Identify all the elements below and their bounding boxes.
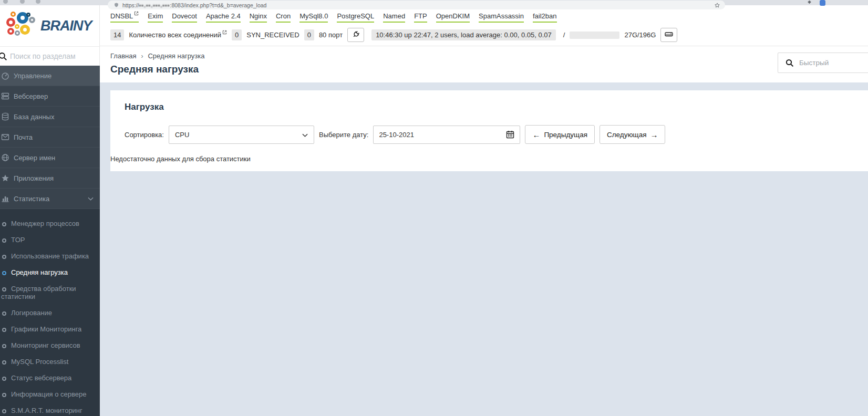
sidebar-item-mail[interactable]: Почта (0, 127, 100, 148)
breadcrumb-separator: › (141, 53, 143, 60)
circle-bullet-icon (2, 238, 6, 243)
sidebar-search-input[interactable] (10, 52, 89, 60)
nav-link-postgresql[interactable]: PostgreSQL (337, 12, 374, 23)
site-security-icon (114, 3, 119, 7)
port80-label: 80 порт (319, 31, 343, 39)
quick-search-input[interactable] (799, 59, 868, 67)
date-input[interactable] (379, 131, 506, 139)
nav-link-opendkim[interactable]: OpenDKIM (436, 12, 470, 23)
search-icon (786, 59, 794, 67)
sidebar-subitem-mysql-processlist[interactable]: MySQL Processlist (0, 353, 100, 370)
arrow-left-icon: ← (532, 131, 540, 139)
plug-icon (352, 30, 360, 40)
sidebar-subitem-smart-monitoring[interactable]: S.M.A.R.T. мониторинг (0, 402, 100, 416)
sidebar-subitem-label: Использование трафика (11, 252, 89, 260)
connections-count-badge: 14 (110, 29, 124, 40)
sidebar-item-statistics[interactable]: Статистика (0, 189, 100, 209)
nav-link-ftp[interactable]: FTP (414, 12, 427, 23)
server-icon (1, 92, 9, 100)
connections-label[interactable]: Количество всех соединений (129, 31, 227, 39)
sidebar-subitem-process-manager[interactable]: Менеджер процессов (0, 215, 100, 232)
nav-link-cron[interactable]: Cron (276, 12, 291, 23)
hdd-icon (665, 30, 673, 40)
browser-address-bar[interactable]: https://▪▪.▪▪.▪▪▪.▪▪▪:8083/index.php?t=d… (108, 1, 725, 9)
page-header: Главная › Средняя нагрузка Средняя нагру… (100, 46, 868, 82)
browser-profile-avatar[interactable] (820, 0, 825, 6)
gauge-icon (1, 71, 9, 80)
nav-link-nginx[interactable]: Nginx (250, 12, 267, 23)
bookmark-star-icon[interactable] (715, 3, 720, 8)
breadcrumb-current: Средняя нагрузка (148, 52, 204, 60)
sidebar-subitem-traffic-usage[interactable]: Использование трафика (0, 248, 100, 264)
uptime-text: 10:46:30 up 22:47, 2 users, load average… (371, 29, 556, 40)
envelope-icon (1, 133, 9, 141)
sidebar-subitem-server-info[interactable]: Информация о сервере (0, 386, 100, 402)
circle-bullet-icon (2, 344, 6, 348)
sidebar-item-applications[interactable]: Приложения (0, 168, 100, 189)
sort-label: Сортировка: (125, 131, 164, 139)
sidebar: BRAINY Управление Вебсервер База данных … (0, 5, 100, 416)
sidebar-subitem-webserver-status[interactable]: Статус вебсервера (0, 370, 100, 386)
connections-plug-button[interactable] (347, 28, 364, 42)
circle-bullet-icon (2, 377, 6, 381)
sidebar-item-label: Статистика (14, 195, 49, 203)
sidebar-subitem-label: Статус вебсервера (11, 374, 71, 382)
sidebar-subitem-label: Средства обработки статистики (1, 285, 76, 300)
nav-link-fail2ban[interactable]: fail2ban (533, 12, 557, 23)
sidebar-subitem-stats-tools[interactable]: Средства обработки статистики (0, 280, 100, 305)
nav-link-named[interactable]: Named (383, 12, 405, 23)
logo[interactable]: BRAINY (0, 5, 100, 46)
sidebar-item-management[interactable]: Управление (0, 66, 100, 86)
sidebar-item-label: Управление (14, 72, 51, 80)
extensions-icon[interactable] (807, 0, 812, 5)
syn-label: SYN_RECEIVED (246, 31, 299, 39)
page-title: Средняя нагрузка (110, 64, 868, 75)
chevron-down-icon (88, 197, 94, 201)
load-card: Нагрузка Сортировка: CPU Выберите дату: … (110, 90, 868, 171)
nav-link-exim[interactable]: Exim (148, 12, 163, 23)
sidebar-item-webserver[interactable]: Вебсервер (0, 86, 100, 107)
nav-link-apache[interactable]: Apache 2.4 (206, 12, 241, 23)
logo-text: BRAINY (40, 18, 92, 34)
star-icon (1, 174, 9, 182)
sidebar-subitem-label: Информация о сервере (11, 390, 86, 398)
browser-reload-icon[interactable] (36, 0, 40, 4)
sidebar-subitem-logging[interactable]: Логирование (0, 305, 100, 321)
globe-icon (1, 153, 9, 162)
next-button[interactable]: Следующая → (600, 125, 666, 144)
sort-select[interactable]: CPU (169, 126, 314, 144)
nav-link-mysql[interactable]: MySql8.0 (299, 12, 328, 23)
sidebar-subitem-label: Мониторинг сервисов (11, 341, 80, 349)
sidebar-subitem-label: Логирование (11, 309, 52, 317)
nav-link-spamassassin[interactable]: SpamAssassin (479, 12, 524, 23)
disk-usage-label: 27G/196G (624, 31, 656, 39)
sidebar-item-database[interactable]: База данных (0, 107, 100, 127)
external-link-icon (134, 9, 139, 17)
port80-count-badge: 0 (304, 29, 314, 40)
previous-button[interactable]: ← Предыдущая (525, 125, 595, 144)
search-icon (0, 52, 7, 61)
disk-button[interactable] (660, 28, 677, 42)
circle-bullet-icon (2, 409, 6, 413)
browser-forward-icon[interactable] (20, 0, 25, 4)
breadcrumb-home[interactable]: Главная (110, 52, 136, 60)
bar-chart-icon (1, 194, 9, 203)
sidebar-subitem-service-monitoring[interactable]: Мониторинг сервисов (0, 337, 100, 353)
sidebar-subitem-label: MySQL Processlist (11, 358, 68, 366)
browser-back-icon[interactable] (3, 0, 8, 4)
arrow-right-icon: → (650, 131, 658, 139)
sidebar-menu: Управление Вебсервер База данных Почта С… (0, 66, 100, 416)
sidebar-subitem-top[interactable]: TOP (0, 232, 100, 248)
calendar-icon[interactable] (506, 130, 514, 139)
circle-bullet-icon (2, 287, 6, 292)
sidebar-subitem-label: Графики Мониторинга (11, 325, 81, 333)
circle-bullet-icon (2, 360, 6, 365)
sidebar-item-nameserver[interactable]: Сервер имен (0, 148, 100, 168)
sidebar-subitem-average-load[interactable]: Средняя нагрузка (0, 264, 100, 280)
nav-link-dovecot[interactable]: Dovecot (172, 12, 197, 23)
nav-link-dnsbl[interactable]: DNSBL (110, 12, 139, 23)
sidebar-item-label: Сервер имен (14, 154, 55, 162)
sidebar-subitem-monitoring-graphs[interactable]: Графики Мониторинга (0, 321, 100, 337)
content-area: Нагрузка Сортировка: CPU Выберите дату: … (100, 82, 868, 416)
sort-select-value: CPU (175, 131, 189, 139)
